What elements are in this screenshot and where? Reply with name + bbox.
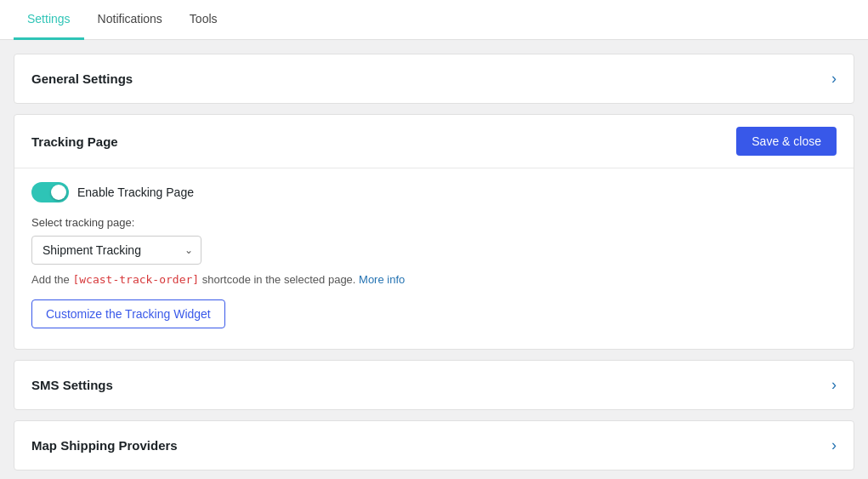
tab-tools[interactable]: Tools <box>176 0 231 40</box>
tabs-bar: Settings Notifications Tools <box>0 0 868 40</box>
map-shipping-header[interactable]: Map Shipping Providers › <box>14 421 854 470</box>
toggle-track <box>31 182 69 202</box>
shortcode-info: Add the [wcast-track-order] shortcode in… <box>31 273 837 286</box>
general-settings-header[interactable]: General Settings › <box>14 54 854 103</box>
enable-tracking-toggle-row: Enable Tracking Page <box>31 182 837 202</box>
map-shipping-title: Map Shipping Providers <box>31 438 178 453</box>
toggle-thumb <box>51 185 66 200</box>
map-shipping-section: Map Shipping Providers › <box>14 420 854 470</box>
shortcode-text: [wcast-track-order] <box>72 273 199 286</box>
select-wrapper: Shipment Tracking Order Tracking Custom … <box>31 236 201 265</box>
sms-settings-chevron-icon: › <box>831 376 837 394</box>
enable-tracking-toggle[interactable] <box>31 182 69 202</box>
sms-settings-header[interactable]: SMS Settings › <box>14 361 854 409</box>
general-settings-title: General Settings <box>31 71 133 86</box>
customize-tracking-widget-button[interactable]: Customize the Tracking Widget <box>31 299 225 328</box>
tracking-page-section: Tracking Page Save & close Enable Tracki… <box>14 114 854 350</box>
tracking-page-body: Enable Tracking Page Select tracking pag… <box>14 168 854 349</box>
more-info-link[interactable]: More info <box>359 273 405 286</box>
tracking-page-select[interactable]: Shipment Tracking Order Tracking Custom … <box>31 236 201 265</box>
sms-settings-section: SMS Settings › <box>14 360 854 410</box>
general-settings-chevron-icon: › <box>831 70 837 88</box>
tab-settings[interactable]: Settings <box>14 0 84 40</box>
save-close-button[interactable]: Save & close <box>736 127 837 156</box>
content-area: General Settings › Tracking Page Save & … <box>0 40 868 479</box>
tracking-page-header: Tracking Page Save & close <box>14 115 854 168</box>
map-shipping-chevron-icon: › <box>831 436 837 454</box>
general-settings-section: General Settings › <box>14 54 854 104</box>
tab-notifications[interactable]: Notifications <box>84 0 176 40</box>
toggle-label: Enable Tracking Page <box>77 185 194 199</box>
tracking-page-title: Tracking Page <box>31 134 118 149</box>
select-tracking-page-label: Select tracking page: <box>31 216 837 229</box>
sms-settings-title: SMS Settings <box>31 378 113 392</box>
page-wrapper: Settings Notifications Tools General Set… <box>0 0 868 479</box>
